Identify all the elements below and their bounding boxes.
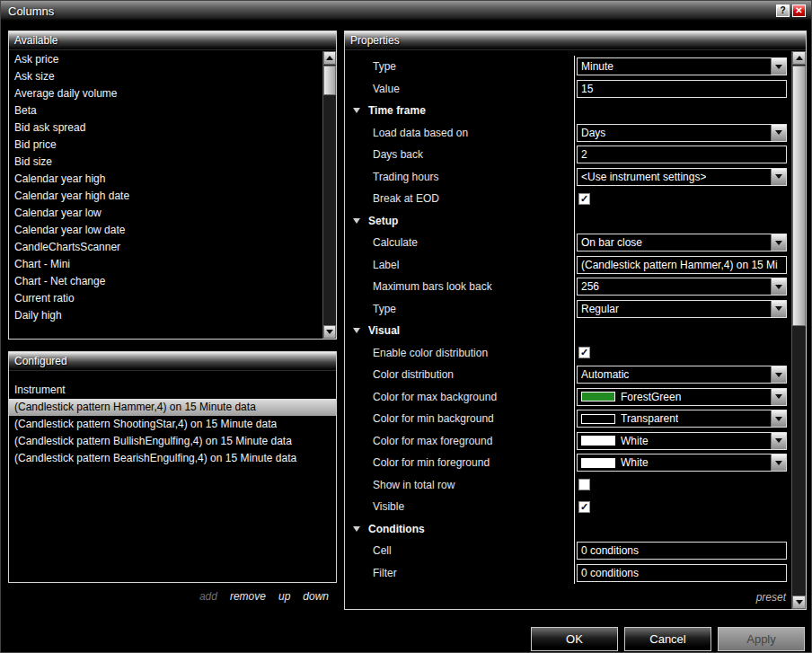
- property-label: Days back: [345, 148, 423, 161]
- property-value: 0 conditions: [574, 540, 791, 562]
- dropdown-type[interactable]: Minute: [577, 57, 787, 75]
- available-item-bid-price[interactable]: Bid price: [9, 137, 322, 154]
- up-link[interactable]: up: [278, 590, 290, 603]
- dropdown-color-for-max-foreground[interactable]: White: [577, 432, 787, 450]
- dropdown-color-for-min-foreground[interactable]: White: [577, 454, 787, 472]
- dropdown-value: Automatic: [581, 368, 629, 381]
- title-bar[interactable]: Columns ? ✕: [1, 1, 811, 21]
- available-item-bid-ask-spread[interactable]: Bid ask spread: [9, 119, 322, 137]
- help-button[interactable]: ?: [776, 4, 790, 17]
- property-value: (Candlestick pattern Hammer,4) on 15 Mi: [574, 254, 791, 277]
- scroll-up-button[interactable]: [323, 51, 336, 65]
- available-item-calendar-year-high[interactable]: Calendar year high: [9, 171, 322, 188]
- property-label: Enable color distribution: [345, 347, 488, 359]
- properties-rows: TypeMinuteValue15Time frameLoad data bas…: [345, 56, 791, 584]
- dropdown-arrow-button[interactable]: [771, 125, 786, 141]
- available-item-current-ratio[interactable]: Current ratio: [9, 290, 322, 307]
- property-label: Break at EOD: [345, 192, 439, 205]
- preset-link[interactable]: preset: [756, 591, 786, 604]
- section-time-frame[interactable]: Time frame: [345, 100, 791, 122]
- dropdown-arrow-button[interactable]: [771, 366, 786, 383]
- property-calculate: CalculateOn bar close: [345, 232, 791, 254]
- properties-panel-header: Properties: [345, 31, 806, 50]
- configured-item-instrument[interactable]: Instrument: [9, 382, 336, 399]
- input-days-back[interactable]: 2: [577, 146, 787, 163]
- property-label: Maximum bars look back: [345, 280, 492, 293]
- dropdown-type[interactable]: Regular: [577, 300, 787, 318]
- configured-actions: addremoveupdown: [8, 587, 337, 605]
- checkbox-break-at-eod[interactable]: [578, 193, 590, 205]
- property-value: Value15: [345, 78, 791, 101]
- chevron-down-icon: [775, 130, 782, 135]
- available-item-candlechartsscanner[interactable]: CandleChartsScanner: [9, 239, 322, 256]
- configured-item-candlestick-pattern-hammer-4-on-15-minute-data[interactable]: (Candlestick pattern Hammer,4) on 15 Min…: [9, 399, 336, 416]
- scrollbar-thumb[interactable]: [792, 66, 806, 326]
- dropdown-value: Transparent: [621, 412, 678, 425]
- input-label[interactable]: (Candlestick pattern Hammer,4) on 15 Mi: [577, 256, 787, 274]
- configured-item-candlestick-pattern-bullishengulfing-4-on-15-minute-data[interactable]: (Candlestick pattern BullishEngulfing,4)…: [9, 433, 336, 450]
- dropdown-color-for-min-background[interactable]: Transparent: [577, 410, 787, 428]
- dropdown-arrow-button[interactable]: [771, 389, 786, 405]
- available-item-average-daily-volume[interactable]: Average daily volume: [9, 85, 322, 102]
- available-item-calendar-year-low[interactable]: Calendar year low: [9, 205, 322, 222]
- checkbox-enable-color-distribution[interactable]: [578, 347, 590, 358]
- dropdown-arrow-button[interactable]: [771, 278, 786, 295]
- section-visual[interactable]: Visual: [345, 320, 791, 342]
- available-item-chart-mini[interactable]: Chart - Mini: [9, 256, 322, 273]
- property-value: 15: [574, 78, 791, 101]
- available-panel-header: Available: [9, 31, 336, 50]
- section-setup[interactable]: Setup: [345, 210, 791, 233]
- ok-button[interactable]: OK: [531, 627, 618, 651]
- dropdown-arrow-button[interactable]: [771, 169, 786, 185]
- dropdown-load-data-based-on[interactable]: Days: [577, 124, 787, 142]
- dropdown-arrow-button[interactable]: [771, 410, 786, 427]
- input-filter[interactable]: 0 conditions: [577, 564, 787, 582]
- columns-dialog: Columns ? ✕ Available Ask priceAsk sizeA…: [0, 0, 812, 653]
- dropdown-color-for-max-background[interactable]: ForestGreen: [577, 388, 787, 406]
- configured-item-candlestick-pattern-bearishengulfing-4-on-15-minute-data[interactable]: (Candlestick pattern BearishEngulfing,4)…: [9, 450, 336, 467]
- dropdown-color-distribution[interactable]: Automatic: [577, 366, 787, 384]
- available-item-daily-high[interactable]: Daily high: [9, 307, 322, 324]
- property-label: Load data based on: [345, 127, 468, 139]
- dropdown-arrow-button[interactable]: [771, 301, 786, 317]
- dropdown-arrow-button[interactable]: [771, 234, 786, 251]
- input-cell[interactable]: 0 conditions: [577, 542, 787, 560]
- checkbox-visible[interactable]: [578, 501, 590, 513]
- available-item-ask-price[interactable]: Ask price: [9, 51, 322, 68]
- add-link[interactable]: add: [199, 590, 217, 603]
- available-item-bid-size[interactable]: Bid size: [9, 154, 322, 171]
- apply-button[interactable]: Apply: [718, 627, 805, 651]
- dropdown-calculate[interactable]: On bar close: [577, 234, 787, 251]
- down-link[interactable]: down: [303, 590, 329, 603]
- dropdown-trading-hours[interactable]: <Use instrument settings>: [577, 168, 787, 186]
- color-swatch: [581, 392, 615, 402]
- dropdown-arrow-button[interactable]: [771, 433, 786, 449]
- close-button[interactable]: ✕: [792, 4, 806, 17]
- available-item-beta[interactable]: Beta: [9, 102, 322, 119]
- available-item-calendar-year-low-date[interactable]: Calendar year low date: [9, 222, 322, 239]
- scroll-down-button[interactable]: [792, 596, 806, 609]
- configured-list: Instrument(Candlestick pattern Hammer,4)…: [9, 382, 336, 582]
- section-conditions[interactable]: Conditions: [345, 518, 791, 541]
- dropdown-maximum-bars-look-back[interactable]: 256: [577, 278, 787, 296]
- color-swatch: [581, 414, 615, 424]
- dropdown-arrow-button[interactable]: [771, 58, 786, 75]
- remove-link[interactable]: remove: [230, 590, 266, 603]
- property-value: Transparent: [574, 408, 791, 430]
- cancel-button[interactable]: Cancel: [624, 627, 711, 651]
- scroll-down-button[interactable]: [323, 325, 336, 339]
- configured-item-candlestick-pattern-shootingstar-4-on-15-minute-data[interactable]: (Candlestick pattern ShootingStar,4) on …: [9, 416, 336, 433]
- dropdown-value: ForestGreen: [621, 391, 681, 403]
- scrollbar-thumb[interactable]: [323, 66, 336, 95]
- property-days-back: Days back2: [345, 144, 791, 166]
- scroll-up-button[interactable]: [792, 51, 806, 65]
- properties-scrollbar[interactable]: [791, 51, 806, 609]
- input-value[interactable]: 15: [577, 80, 787, 98]
- checkbox-show-in-total-row[interactable]: [578, 479, 590, 490]
- available-item-ask-size[interactable]: Ask size: [9, 68, 322, 85]
- available-scrollbar[interactable]: [322, 51, 336, 339]
- available-item-chart-net-change[interactable]: Chart - Net change: [9, 273, 322, 290]
- dropdown-arrow-button[interactable]: [771, 454, 786, 471]
- window-title: Columns: [1, 4, 54, 18]
- available-item-calendar-year-high-date[interactable]: Calendar year high date: [9, 188, 322, 205]
